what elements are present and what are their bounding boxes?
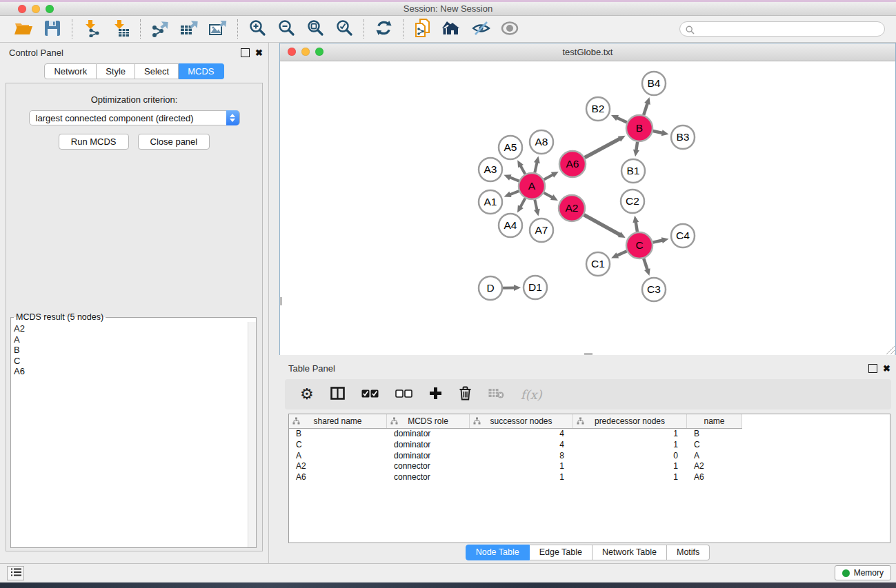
export-network-button[interactable] [150,19,170,39]
graph-edge-A-A4[interactable] [520,199,525,207]
function-builder-button[interactable]: f(x) [521,384,542,405]
graph-edge-A-A2[interactable] [544,193,552,198]
show-graphics-button[interactable] [499,19,520,39]
zoom-out-button[interactable] [276,19,297,39]
criterion-value: largest connected component (directed) [36,113,194,123]
graph-node-label: B4 [648,77,661,89]
show-all-networks-button[interactable] [441,19,462,39]
run-mcds-button[interactable]: Run MCDS [59,134,129,150]
import-table-button[interactable] [110,19,131,39]
tab-style[interactable]: Style [97,63,135,79]
graph-edge-C-C3[interactable] [644,258,647,270]
graph-edge-C-C2[interactable] [636,222,637,232]
graph-node-label: A4 [504,219,517,231]
graph-edge-C-C1[interactable] [617,251,626,255]
graph-edge-A-A8[interactable] [535,162,537,172]
table-row[interactable]: Adominator80A [289,451,890,462]
tab-motifs[interactable]: Motifs [667,545,710,560]
plus-icon [429,387,442,402]
graph-edge-B-B4[interactable] [644,103,648,115]
close-table-panel-icon[interactable]: ✖ [883,365,890,372]
close-panel-button[interactable]: Close panel [138,134,210,150]
zoom-in-button[interactable] [247,19,268,39]
graph-node-label: B1 [627,165,640,176]
table-cell: 4 [470,440,573,451]
close-panel-icon[interactable]: ✖ [255,49,263,57]
delete-column-button[interactable] [459,384,472,405]
mcds-result-item[interactable]: B [14,345,256,356]
graph-edge-A6-B[interactable] [585,139,620,157]
minimize-network-window-button[interactable] [301,48,310,56]
table-cell: A [289,451,387,462]
graph-edge-A-A7[interactable] [535,200,537,210]
minimize-window-button[interactable] [32,5,40,13]
save-session-button[interactable] [42,19,63,39]
float-panel-icon[interactable] [241,48,250,57]
table-settings-button[interactable]: ⚙ [300,384,314,405]
desktop-background [0,582,896,588]
table-row[interactable]: A2connector11A2 [289,461,890,472]
memory-button[interactable]: Memory [835,565,891,580]
graph-edge-A-A6[interactable] [544,174,553,179]
open-session-button[interactable] [13,19,34,39]
canvas-scroll-indicator-horizontal [584,353,593,355]
close-network-window-button[interactable] [288,48,296,56]
apply-layout-button[interactable] [373,19,394,39]
result-scrollbar[interactable] [248,322,256,547]
delete-table-button[interactable] [488,384,504,405]
tab-mcds[interactable]: MCDS [179,63,223,79]
zoom-fit-button[interactable] [305,19,326,39]
graph-edge-B-B2[interactable] [617,118,627,123]
float-table-panel-icon[interactable] [868,364,877,373]
graph-node-label: C3 [647,283,661,295]
graph-node-label: B2 [592,103,605,114]
mcds-result-item[interactable]: A [14,334,256,345]
column-visibility-button[interactable] [330,384,345,405]
show-panels-list-button[interactable] [7,566,24,580]
node-table: shared nameMCDS rolesuccessor nodesprede… [288,414,890,543]
graph-edge-C-C4[interactable] [653,241,663,243]
tab-network[interactable]: Network [44,63,97,79]
graph-edge-A-A3[interactable] [510,177,519,181]
network-canvas[interactable]: B4B2BB3A8A5A6B1A3AC2A1A2A4A7C4CC1C3DD1 [280,61,895,355]
zoom-window-button[interactable] [46,5,54,13]
table-cell: 1 [470,472,573,483]
deselect-all-rows-button[interactable] [395,384,412,405]
zoom-selected-button[interactable] [334,19,355,39]
column-header-successor-nodes[interactable]: successor nodes [470,414,573,428]
graph-edge-A2-C[interactable] [584,215,620,235]
column-header-name[interactable]: name [687,414,742,428]
criterion-select[interactable]: largest connected component (directed) [29,110,240,125]
tab-node-table[interactable]: Node Table [466,545,530,560]
table-cell: dominator [387,451,470,462]
tab-edge-table[interactable]: Edge Table [530,545,593,560]
zoom-network-window-button[interactable] [315,48,323,56]
graph-edge-A-A5[interactable] [521,165,526,174]
table-body: Bdominator41BCdominator41CAdominator80AA… [289,429,890,483]
graph-edge-A-A1[interactable] [510,191,519,194]
tab-select[interactable]: Select [135,63,179,79]
table-row[interactable]: A6connector11A6 [289,472,890,483]
graph-edge-B-B1[interactable] [636,142,637,151]
hide-edges-button[interactable] [470,19,491,39]
select-all-rows-button[interactable] [361,384,379,405]
close-window-button[interactable] [18,5,26,13]
import-network-button[interactable] [81,19,102,39]
mcds-result-item[interactable]: C [14,356,256,367]
table-row[interactable]: Bdominator41B [289,429,890,440]
table-toolbar: ⚙ f(x) [285,379,891,409]
column-header-mcds-role[interactable]: MCDS role [387,414,470,428]
graph-edge-B-B3[interactable] [653,131,663,133]
export-image-button[interactable] [208,19,228,39]
table-row[interactable]: Cdominator41C [289,440,890,451]
mcds-result-item[interactable]: A6 [14,366,256,377]
create-column-button[interactable] [429,384,442,405]
mcds-result-item[interactable]: A2 [14,323,256,334]
export-table-button[interactable] [179,19,199,39]
column-header-shared-name[interactable]: shared name [289,414,387,428]
export-image-icon [209,19,228,39]
clone-network-button[interactable] [412,19,433,39]
column-header-predecessor-nodes[interactable]: predecessor nodes [573,414,687,428]
search-input[interactable] [679,21,885,37]
tab-network-table[interactable]: Network Table [593,545,667,560]
